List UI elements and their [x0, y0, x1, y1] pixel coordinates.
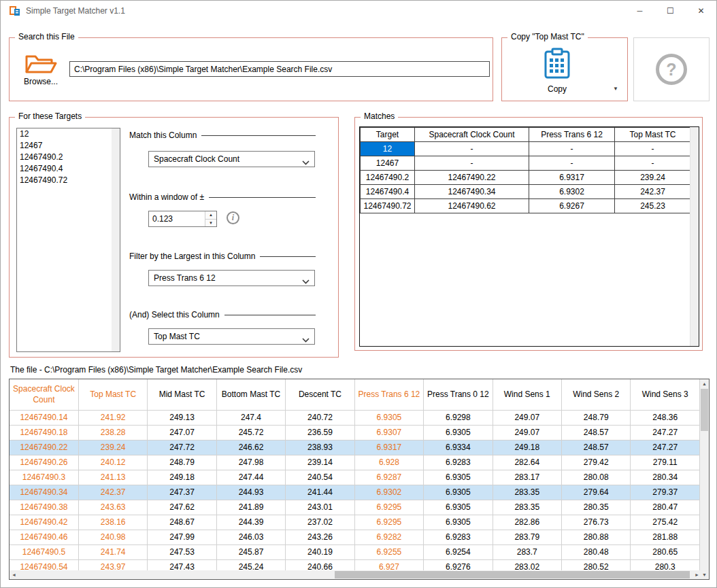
- file-grid-cell[interactable]: 6.9254: [424, 544, 493, 559]
- matches-column-header[interactable]: Press Trans 6 12: [529, 128, 615, 142]
- file-grid-column-header[interactable]: Wind Sens 2: [562, 379, 631, 410]
- file-grid-cell[interactable]: 247.53: [148, 544, 216, 559]
- horizontal-scrollbar-thumb[interactable]: [335, 571, 690, 578]
- file-grid-cell[interactable]: 247.99: [148, 530, 216, 544]
- list-item[interactable]: 12467490.4: [17, 163, 120, 175]
- file-grid-cell[interactable]: 247.44: [216, 470, 285, 485]
- file-grid-cell[interactable]: 6.9317: [354, 440, 423, 455]
- file-grid-cell[interactable]: 12467490.38: [10, 500, 78, 515]
- file-grid-cell[interactable]: 246.03: [216, 530, 285, 544]
- file-grid-cell[interactable]: 12467490.42: [10, 515, 78, 530]
- window-value-input[interactable]: [149, 211, 205, 226]
- file-grid-cell[interactable]: 242.37: [78, 485, 147, 500]
- file-grid-column-header[interactable]: Wind Sens 3: [631, 379, 700, 410]
- file-grid-cell[interactable]: 244.93: [216, 485, 285, 500]
- copy-dropdown-button[interactable]: ▼: [607, 48, 624, 98]
- matches-cell[interactable]: -: [415, 156, 529, 171]
- file-grid-cell[interactable]: 247.62: [148, 500, 216, 515]
- file-grid-cell[interactable]: 6.9334: [424, 440, 493, 455]
- file-grid-column-header[interactable]: Top Mast TC: [78, 379, 147, 410]
- maximize-button[interactable]: ☐: [655, 1, 686, 21]
- matches-cell[interactable]: 6.9267: [529, 199, 615, 213]
- file-grid-cell[interactable]: 249.07: [493, 410, 561, 425]
- matches-cell[interactable]: 12467490.62: [415, 199, 529, 213]
- file-grid-cell[interactable]: 282.86: [493, 515, 561, 530]
- filter-column-select[interactable]: Press Trans 6 12: [148, 270, 315, 286]
- file-grid-cell[interactable]: 280.88: [562, 530, 631, 544]
- file-grid-cell[interactable]: 279.37: [631, 485, 700, 500]
- file-grid-cell[interactable]: 243.63: [78, 500, 147, 515]
- minimize-button[interactable]: ─: [624, 1, 655, 21]
- scroll-right-icon[interactable]: ►: [693, 570, 701, 579]
- file-grid-cell[interactable]: 12467490.34: [10, 485, 78, 500]
- matches-scrollbar[interactable]: [690, 127, 699, 346]
- file-grid-cell[interactable]: 241.92: [78, 410, 147, 425]
- file-grid-cell[interactable]: 283.7: [493, 544, 561, 559]
- file-grid-cell[interactable]: 6.9305: [424, 470, 493, 485]
- file-grid-cell[interactable]: 12467490.3: [10, 470, 78, 485]
- matches-column-header[interactable]: Target: [361, 128, 415, 142]
- file-grid-cell[interactable]: 282.64: [493, 455, 561, 470]
- file-grid-cell[interactable]: 283.17: [493, 470, 561, 485]
- file-grid-cell[interactable]: 240.19: [286, 544, 354, 559]
- file-grid-cell[interactable]: 6.9295: [354, 515, 423, 530]
- file-grid-cell[interactable]: 280.34: [631, 470, 700, 485]
- file-grid-cell[interactable]: 280.65: [631, 544, 700, 559]
- file-grid-cell[interactable]: 239.24: [78, 440, 147, 455]
- file-grid-cell[interactable]: 12467490.26: [10, 455, 78, 470]
- file-grid-cell[interactable]: 247.98: [216, 455, 285, 470]
- file-grid-cell[interactable]: 241.89: [216, 500, 285, 515]
- file-grid-vertical-scrollbar[interactable]: ▲ ▼: [700, 379, 709, 579]
- file-grid-cell[interactable]: 280.08: [562, 470, 631, 485]
- file-grid-cell[interactable]: 248.79: [562, 410, 631, 425]
- file-grid-cell[interactable]: 247.4: [216, 410, 285, 425]
- file-grid-cell[interactable]: 12467490.18: [10, 425, 78, 440]
- matches-cell[interactable]: 6.9317: [529, 171, 615, 185]
- file-grid-cell[interactable]: 12467490.46: [10, 530, 78, 544]
- matches-cell[interactable]: 12467: [361, 156, 415, 171]
- file-grid-cell[interactable]: 236.59: [286, 425, 354, 440]
- file-grid-cell[interactable]: 240.98: [78, 530, 147, 544]
- file-grid-cell[interactable]: 275.42: [631, 515, 700, 530]
- file-grid-cell[interactable]: 240.54: [286, 470, 354, 485]
- file-grid-column-header[interactable]: Press Trans 0 12: [424, 379, 493, 410]
- file-grid-cell[interactable]: 247.37: [148, 485, 216, 500]
- file-grid-cell[interactable]: 248.57: [562, 440, 631, 455]
- file-grid-cell[interactable]: 6.9305: [424, 485, 493, 500]
- file-grid-cell[interactable]: 6.9282: [354, 530, 423, 544]
- match-column-select[interactable]: Spacecraft Clock Count: [148, 151, 315, 167]
- file-grid-cell[interactable]: 241.13: [78, 470, 147, 485]
- file-grid-cell[interactable]: 238.16: [78, 515, 147, 530]
- spinner-up-button[interactable]: ▲: [205, 211, 216, 219]
- file-grid-cell[interactable]: 239.14: [286, 455, 354, 470]
- file-grid-cell[interactable]: 249.07: [493, 425, 561, 440]
- file-grid-cell[interactable]: 245.87: [216, 544, 285, 559]
- search-file-path-input[interactable]: [69, 61, 490, 77]
- file-grid-cell[interactable]: 6.9298: [424, 410, 493, 425]
- file-grid-cell[interactable]: 240.72: [286, 410, 354, 425]
- file-grid-cell[interactable]: 241.74: [78, 544, 147, 559]
- file-grid-cell[interactable]: 249.18: [493, 440, 561, 455]
- matches-cell[interactable]: -: [529, 156, 615, 171]
- file-grid-horizontal-scrollbar[interactable]: ◄ ►: [10, 570, 701, 579]
- file-grid-cell[interactable]: 6.928: [354, 455, 423, 470]
- file-grid-column-header[interactable]: Mid Mast TC: [148, 379, 216, 410]
- matches-column-header[interactable]: Spacecraft Clock Count: [415, 128, 529, 142]
- matches-cell[interactable]: -: [415, 142, 529, 156]
- file-grid-cell[interactable]: 248.36: [631, 410, 700, 425]
- file-grid-cell[interactable]: 247.27: [631, 425, 700, 440]
- file-grid-cell[interactable]: 279.64: [562, 485, 631, 500]
- list-item[interactable]: 12467490.72: [17, 175, 120, 186]
- file-grid-cell[interactable]: 245.72: [216, 425, 285, 440]
- file-grid-cell[interactable]: 247.72: [148, 440, 216, 455]
- help-button[interactable]: ?: [656, 54, 687, 85]
- file-grid-cell[interactable]: 249.18: [148, 470, 216, 485]
- file-grid-cell[interactable]: 6.9302: [354, 485, 423, 500]
- file-grid-cell[interactable]: 6.9295: [354, 500, 423, 515]
- scroll-left-icon[interactable]: ◄: [10, 570, 18, 579]
- matches-cell[interactable]: 12467490.22: [415, 171, 529, 185]
- file-grid-cell[interactable]: 283.35: [493, 500, 561, 515]
- file-grid-cell[interactable]: 247.07: [148, 425, 216, 440]
- scroll-up-icon[interactable]: ▲: [700, 379, 709, 388]
- targets-list-scrollbar[interactable]: [112, 128, 120, 351]
